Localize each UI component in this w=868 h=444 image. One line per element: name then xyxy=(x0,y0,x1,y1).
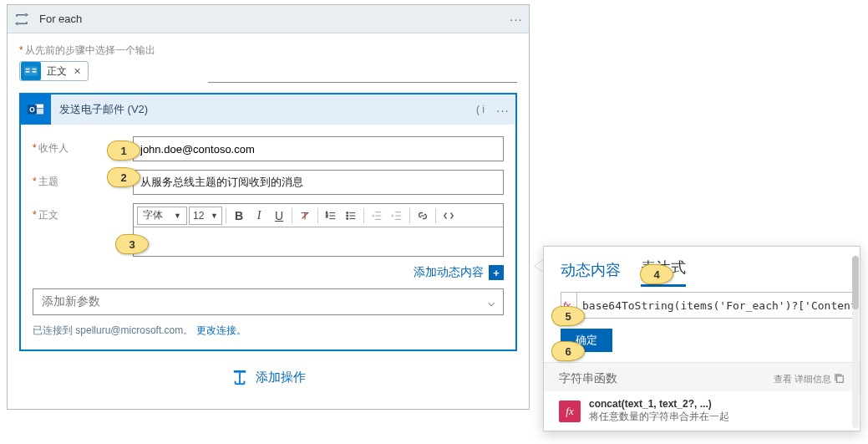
connection-info: 已连接到 spelluru@microsoft.com。 更改连接。 xyxy=(33,324,504,338)
add-parameter-label: 添加新参数 xyxy=(42,294,100,309)
send-email-more-icon[interactable]: ··· xyxy=(490,103,515,117)
foreach-token-underline xyxy=(208,82,517,83)
svg-text:2: 2 xyxy=(326,213,328,217)
tab-dynamic-content[interactable]: 动态内容 xyxy=(561,260,621,287)
send-email-body: *收件人 *主题 *正文 字体▼ xyxy=(21,125,515,350)
underline-button[interactable]: U xyxy=(270,207,288,225)
foreach-body: *从先前的步骤中选择一个输出 正文 ✕ O 发送电子邮件 (V2) ( i xyxy=(8,33,529,409)
foreach-select-label: 从先前的步骤中选择一个输出 xyxy=(25,44,155,56)
expression-text: base64ToString(items('For_each')?['Conte… xyxy=(577,299,853,312)
body-label: 正文 xyxy=(38,209,58,221)
chevron-down-icon: ⌵ xyxy=(488,295,495,309)
outlook-icon: O xyxy=(21,94,51,125)
dynamic-content-panel: 动态内容 表达式 fx base64ToString(items('For_ea… xyxy=(543,246,860,431)
subject-field-row: *主题 xyxy=(33,170,504,195)
string-functions-title: 字符串函数 xyxy=(559,371,617,386)
subject-label: 主题 xyxy=(38,176,58,187)
function-description: 将任意数量的字符串合并在一起 xyxy=(589,410,729,424)
send-email-title: 发送电子邮件 (V2) xyxy=(51,102,470,117)
add-action-icon xyxy=(231,370,249,385)
callout-3: 3 xyxy=(115,234,149,254)
callout-2: 2 xyxy=(107,167,140,187)
add-action-label: 添加操作 xyxy=(256,370,306,385)
foreach-select-output-row: *从先前的步骤中选择一个输出 正文 ✕ xyxy=(19,43,517,81)
svg-rect-35 xyxy=(837,376,844,383)
link-button[interactable] xyxy=(414,207,432,225)
add-dynamic-row: 添加动态内容 + xyxy=(33,265,504,280)
numbered-list-button[interactable]: 12 xyxy=(322,207,340,225)
string-functions-section-header: 字符串函数 查看 详细信息 xyxy=(544,362,860,391)
foreach-header[interactable]: For each ··· xyxy=(8,5,529,33)
see-details-link[interactable]: 查看 详细信息 xyxy=(774,373,845,385)
clear-format-button[interactable] xyxy=(296,207,314,225)
send-email-header[interactable]: O 发送电子邮件 (V2) ( i ··· xyxy=(21,94,515,125)
dc-scrollbar-thumb[interactable] xyxy=(852,256,859,309)
svg-rect-1 xyxy=(26,69,30,70)
add-parameter-dropdown[interactable]: 添加新参数 ⌵ xyxy=(33,288,504,315)
indent-button[interactable] xyxy=(388,207,406,225)
dc-tabs: 动态内容 表达式 xyxy=(544,247,860,287)
font-size-dropdown[interactable]: 12▼ xyxy=(189,207,222,225)
function-signature: concat(text_1, text_2?, ...) xyxy=(589,398,729,410)
foreach-loop-icon xyxy=(8,5,36,33)
servicebus-token-icon xyxy=(21,62,41,80)
callout-6: 6 xyxy=(551,341,585,361)
send-email-connection-icon[interactable]: ( i xyxy=(470,104,490,115)
function-concat[interactable]: fx concat(text_1, text_2?, ...) 将任意数量的字符… xyxy=(544,391,860,431)
svg-point-20 xyxy=(347,217,348,219)
callout-1: 1 xyxy=(107,140,140,161)
body-editor: 字体▼ 12▼ B I U xyxy=(133,203,504,257)
function-icon: fx xyxy=(559,401,581,422)
callout-4: 4 xyxy=(640,264,673,284)
subject-input[interactable] xyxy=(133,170,504,195)
send-email-card: O 发送电子邮件 (V2) ( i ··· *收件人 *主题 xyxy=(19,93,517,351)
foreach-title: For each xyxy=(36,13,504,25)
outdent-button[interactable] xyxy=(368,207,386,225)
to-label: 收件人 xyxy=(38,142,69,154)
body-field-row: *正文 字体▼ 12▼ B I U xyxy=(33,203,504,257)
expression-button-row: 确定 xyxy=(544,325,860,362)
italic-button[interactable]: I xyxy=(250,207,268,225)
add-action-button[interactable]: 添加操作 xyxy=(19,370,517,385)
foreach-token-remove-icon[interactable]: ✕ xyxy=(72,66,88,77)
change-connection-link[interactable]: 更改连接。 xyxy=(196,324,246,336)
svg-text:O: O xyxy=(29,106,35,114)
add-dynamic-content-link[interactable]: 添加动态内容 xyxy=(414,265,484,280)
body-editor-area[interactable] xyxy=(134,227,503,256)
svg-rect-2 xyxy=(26,71,30,73)
foreach-token-label: 正文 xyxy=(42,64,72,79)
foreach-card: For each ··· *从先前的步骤中选择一个输出 正文 ✕ O xyxy=(7,4,530,410)
dc-scrollbar[interactable] xyxy=(852,256,859,428)
svg-rect-4 xyxy=(33,71,37,73)
to-input[interactable] xyxy=(133,136,504,161)
foreach-token-row[interactable]: 正文 ✕ xyxy=(19,61,517,81)
svg-rect-28 xyxy=(234,370,246,373)
to-field-row: *收件人 xyxy=(33,136,504,161)
bold-button[interactable]: B xyxy=(230,207,248,225)
expression-input[interactable]: fx base64ToString(items('For_each')?['Co… xyxy=(561,292,853,319)
bullet-list-button[interactable] xyxy=(342,207,360,225)
font-family-dropdown[interactable]: 字体▼ xyxy=(137,207,187,225)
svg-rect-3 xyxy=(33,69,37,70)
svg-point-18 xyxy=(347,212,348,213)
callout-5: 5 xyxy=(551,306,585,326)
add-dynamic-toggle-icon[interactable]: + xyxy=(489,265,504,280)
svg-point-19 xyxy=(347,215,348,217)
foreach-body-token[interactable]: 正文 ✕ xyxy=(19,61,89,81)
expression-input-row: fx base64ToString(items('For_each')?['Co… xyxy=(544,287,860,325)
body-editor-toolbar: 字体▼ 12▼ B I U xyxy=(134,204,503,227)
foreach-more-icon[interactable]: ··· xyxy=(504,12,529,26)
code-view-button[interactable] xyxy=(439,207,458,225)
